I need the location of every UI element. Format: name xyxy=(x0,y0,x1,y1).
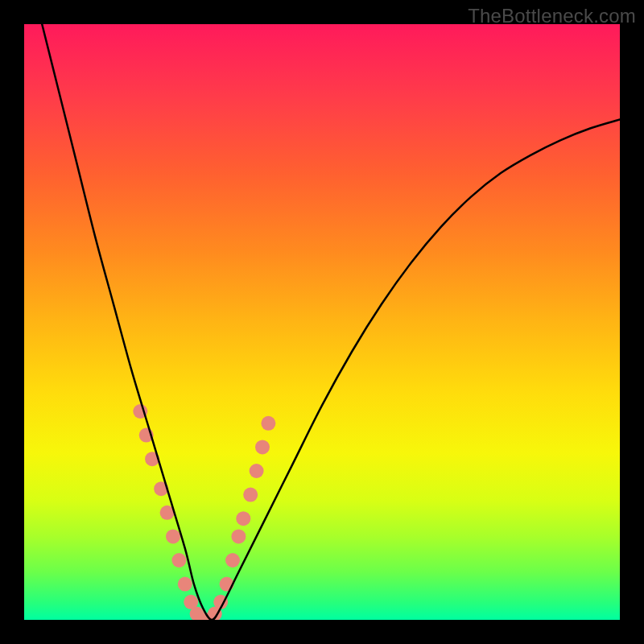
curve-svg xyxy=(24,24,620,620)
highlight-dot xyxy=(236,511,250,526)
highlight-dot xyxy=(166,529,180,543)
chart-container: TheBottleneck.com xyxy=(0,0,644,644)
highlight-dot xyxy=(225,553,240,568)
highlight-dot xyxy=(261,416,275,431)
highlight-dot xyxy=(171,553,186,568)
bottleneck-curve xyxy=(42,24,620,620)
highlight-dot xyxy=(250,464,264,478)
highlight-dot xyxy=(255,440,270,454)
marker-group xyxy=(133,404,275,620)
highlight-dot xyxy=(231,529,246,543)
highlight-dot xyxy=(178,577,192,592)
highlight-dot xyxy=(243,488,258,502)
plot-area xyxy=(24,24,620,620)
watermark-text: TheBottleneck.com xyxy=(468,5,636,27)
